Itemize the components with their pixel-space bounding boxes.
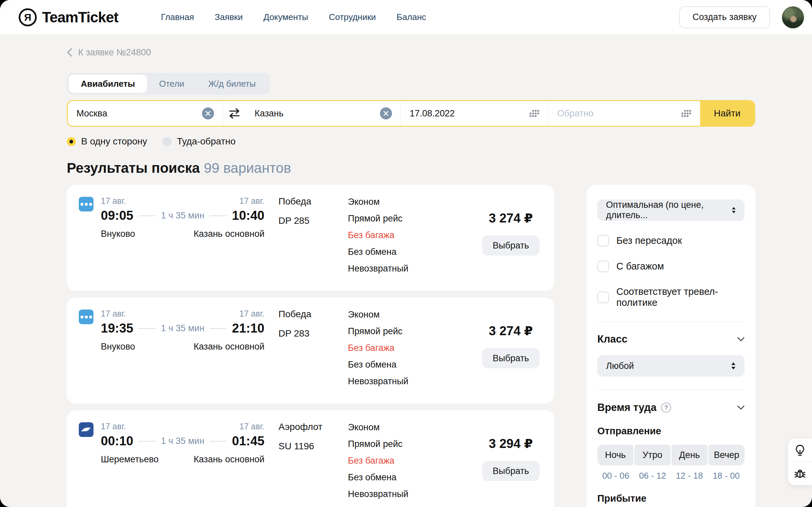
arrive-time: 01:45 bbox=[232, 434, 264, 448]
swap-direction-icon[interactable] bbox=[223, 101, 246, 126]
tab-avia[interactable]: Авиабилеты bbox=[69, 75, 147, 93]
flight-duration: 1 ч 35 мин bbox=[161, 211, 204, 221]
nav-item-balance[interactable]: Баланс bbox=[397, 12, 426, 22]
chevron-down-icon bbox=[737, 337, 745, 342]
fare-detail: Без багажа bbox=[348, 229, 468, 241]
fare-detail: Эконом bbox=[348, 309, 468, 320]
arrive-time: 21:10 bbox=[232, 321, 264, 336]
time-section-header[interactable]: Время туда ? bbox=[597, 402, 745, 413]
nav-item-requests[interactable]: Заявки bbox=[215, 12, 243, 22]
fare-detail: Без багажа bbox=[348, 455, 468, 466]
bug-report-button[interactable] bbox=[788, 462, 812, 485]
select-flight-button[interactable]: Выбрать bbox=[482, 461, 540, 481]
fare-detail: Без багажа bbox=[348, 342, 468, 353]
depart-date: 17 авг. bbox=[101, 421, 126, 431]
departure-time-ranges: 00 - 06 06 - 12 12 - 18 18 - 00 bbox=[597, 471, 745, 481]
search-submit-button[interactable]: Найти bbox=[700, 101, 754, 126]
airline-icon bbox=[79, 422, 94, 437]
header-right: Создать заявку bbox=[679, 6, 804, 29]
flight-number: DP 285 bbox=[278, 216, 348, 226]
arrive-date: 17 авг. bbox=[239, 196, 264, 206]
duration-line bbox=[139, 441, 156, 442]
to-field[interactable]: Казань bbox=[246, 101, 401, 126]
calendar-icon[interactable] bbox=[681, 110, 692, 117]
user-avatar[interactable] bbox=[782, 6, 804, 29]
duration-line bbox=[139, 328, 156, 329]
depart-date-field[interactable]: 17.08.2022 bbox=[401, 101, 548, 126]
main-content: К заявке №24800 Авиабилеты Отели Ж/д бил… bbox=[0, 35, 755, 507]
radio-icon bbox=[67, 137, 76, 146]
fare-detail: Без обмена bbox=[348, 359, 468, 370]
fare-detail: Эконом bbox=[348, 196, 468, 208]
depart-date-value: 17.08.2022 bbox=[410, 108, 525, 119]
depart-time: 00:10 bbox=[101, 434, 133, 448]
from-value: Москва bbox=[77, 108, 197, 119]
from-field[interactable]: Москва bbox=[68, 101, 223, 126]
tab-rail[interactable]: Ж/д билеты bbox=[196, 75, 268, 93]
radio-round-trip[interactable]: Туда-обратно bbox=[163, 136, 236, 147]
flight-times: 17 авг. 17 авг. 00:10 1 ч 35 мин 01:45 Ш… bbox=[101, 421, 264, 505]
main-nav: Главная Заявки Документы Сотрудники Бала… bbox=[161, 12, 426, 22]
nav-item-documents[interactable]: Документы bbox=[263, 12, 308, 22]
checkbox-travel-policy[interactable]: Соответствует тревел-политике bbox=[597, 286, 745, 308]
lightbulb-icon bbox=[794, 444, 806, 457]
filters-sidebar: Оптимальная (по цене, длитель... Без пер… bbox=[587, 185, 755, 507]
flight-duration: 1 ч 35 мин bbox=[161, 323, 204, 334]
select-flight-button[interactable]: Выбрать bbox=[482, 235, 540, 256]
flight-number: SU 1196 bbox=[278, 441, 348, 452]
pobeda-dots-icon bbox=[81, 316, 92, 319]
idea-button[interactable] bbox=[788, 439, 812, 462]
return-date-field[interactable]: Обратно bbox=[548, 101, 700, 126]
airline-info: Победа DP 283 bbox=[278, 309, 348, 392]
nav-item-employees[interactable]: Сотрудники bbox=[329, 12, 376, 22]
header: Я TeamTicket Главная Заявки Документы Со… bbox=[0, 0, 812, 35]
logo[interactable]: Я TeamTicket bbox=[19, 8, 118, 26]
to-value: Казань bbox=[255, 108, 375, 119]
sort-select[interactable]: Оптимальная (по цене, длитель... bbox=[597, 200, 745, 221]
fare-details: ЭкономПрямой рейсБез багажаБез обменаНев… bbox=[348, 309, 468, 392]
checkbox-icon bbox=[597, 261, 609, 272]
price-block: 3 294 ₽ Выбрать bbox=[482, 421, 540, 505]
segment-day[interactable]: День bbox=[671, 445, 708, 465]
from-airport: Шереметьево bbox=[101, 454, 159, 465]
nav-item-home[interactable]: Главная bbox=[161, 12, 194, 22]
flight-times: 17 авг. 17 авг. 09:05 1 ч 35 мин 10:40 В… bbox=[101, 196, 264, 280]
fare-detail: Без обмена bbox=[348, 246, 468, 258]
flight-times: 17 авг. 17 авг. 19:35 1 ч 35 мин 21:10 В… bbox=[101, 309, 264, 392]
back-link-label: К заявке №24800 bbox=[78, 47, 151, 58]
fare-detail: Невозвратный bbox=[348, 263, 468, 274]
create-request-button[interactable]: Создать заявку bbox=[679, 6, 770, 29]
tab-hotels[interactable]: Отели bbox=[147, 75, 196, 93]
pobeda-dots-icon bbox=[81, 203, 92, 206]
checkbox-with-baggage[interactable]: С багажом bbox=[597, 261, 745, 272]
airline-icon bbox=[79, 197, 94, 212]
flight-card: 17 авг. 17 авг. 09:05 1 ч 35 мин 10:40 В… bbox=[67, 185, 554, 291]
segment-evening[interactable]: Вечер bbox=[709, 445, 745, 465]
segment-night[interactable]: Ночь bbox=[597, 445, 633, 465]
airline-name: Аэрофлот bbox=[278, 421, 348, 432]
checkbox-icon bbox=[597, 291, 609, 303]
arrive-date: 17 авг. bbox=[239, 309, 264, 319]
radio-one-way[interactable]: В одну сторону bbox=[67, 136, 147, 147]
airline-name: Победа bbox=[278, 196, 348, 207]
page-title: Результаты поиска99 вариантов bbox=[67, 160, 755, 176]
floating-actions bbox=[788, 439, 812, 485]
divider bbox=[597, 322, 745, 322]
segment-morning[interactable]: Утро bbox=[635, 445, 670, 465]
help-icon[interactable]: ? bbox=[661, 403, 671, 412]
calendar-icon[interactable] bbox=[529, 110, 540, 117]
back-link[interactable]: К заявке №24800 bbox=[67, 47, 151, 58]
results-count: 99 вариантов bbox=[204, 160, 291, 176]
depart-date: 17 авг. bbox=[101, 309, 126, 319]
fare-detail: Прямой рейс bbox=[348, 438, 468, 450]
depart-date: 17 авг. bbox=[101, 196, 126, 206]
clear-from-icon[interactable] bbox=[202, 107, 214, 119]
checkbox-no-transfers[interactable]: Без пересадок bbox=[597, 235, 745, 246]
class-section-header[interactable]: Класс bbox=[597, 333, 745, 345]
clear-to-icon[interactable] bbox=[380, 107, 392, 119]
select-flight-button[interactable]: Выбрать bbox=[482, 348, 540, 368]
duration-line bbox=[139, 216, 156, 216]
duration-line bbox=[210, 328, 227, 329]
fare-detail: Прямой рейс bbox=[348, 326, 468, 337]
class-select[interactable]: Любой bbox=[597, 355, 745, 377]
